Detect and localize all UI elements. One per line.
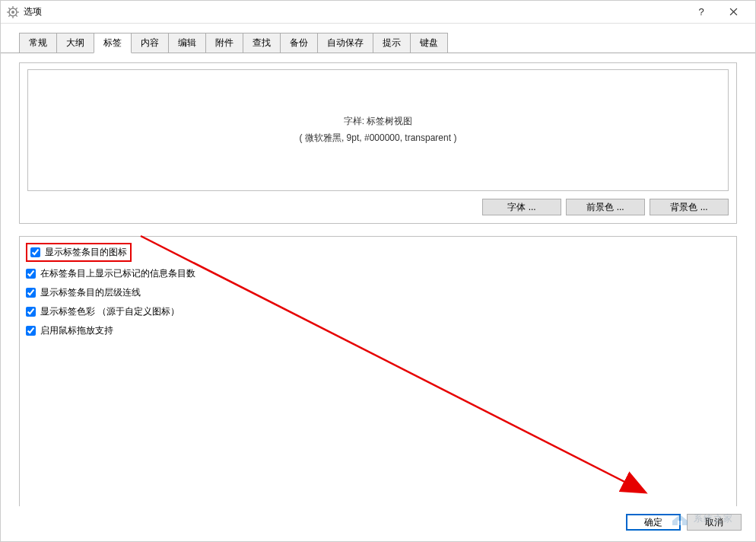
titlebar: 选项 ? bbox=[1, 1, 755, 24]
tab-bar: 常规 大纲 标签 内容 编辑 附件 查找 备份 自动保存 提示 键盘 bbox=[1, 24, 755, 53]
font-button[interactable]: 字体 ... bbox=[482, 199, 561, 215]
checkbox-show-tag-lines[interactable] bbox=[26, 288, 36, 298]
help-button[interactable]: ? bbox=[685, 2, 717, 23]
window-title: 选项 bbox=[24, 5, 685, 18]
preview-line-2: ( 微软雅黑, 9pt, #000000, transparent ) bbox=[300, 130, 457, 147]
dialog-footer: 确定 取消 bbox=[1, 506, 755, 541]
tab-autosave[interactable]: 自动保存 bbox=[317, 33, 373, 53]
tab-attachment[interactable]: 附件 bbox=[205, 33, 243, 53]
svg-point-1 bbox=[11, 11, 14, 14]
checkbox-show-tag-count[interactable] bbox=[26, 269, 36, 279]
checkbox-label: 显示标签条目的图标 bbox=[45, 246, 127, 259]
highlighted-option: 显示标签条目的图标 bbox=[26, 243, 132, 262]
svg-line-7 bbox=[16, 14, 17, 16]
tab-outline[interactable]: 大纲 bbox=[56, 33, 94, 53]
tab-general[interactable]: 常规 bbox=[19, 33, 57, 53]
close-icon bbox=[729, 8, 738, 16]
checkbox-enable-drag-drop[interactable] bbox=[26, 326, 36, 336]
font-preview-box: 字样: 标签树视图 ( 微软雅黑, 9pt, #000000, transpar… bbox=[27, 69, 729, 191]
svg-line-9 bbox=[16, 8, 17, 9]
tab-hints[interactable]: 提示 bbox=[373, 33, 411, 53]
tab-keyboard[interactable]: 键盘 bbox=[410, 33, 448, 53]
options-window: 选项 ? 常规 大纲 标签 内容 编辑 附件 查找 备份 自动保存 提示 键盘 … bbox=[0, 0, 756, 542]
checkbox-show-tag-color[interactable] bbox=[26, 307, 36, 317]
close-button[interactable] bbox=[717, 2, 749, 23]
gear-icon bbox=[7, 6, 19, 18]
checkbox-label: 在标签条目上显示已标记的信息条目数 bbox=[40, 267, 195, 280]
checkbox-label: 显示标签色彩 （源于自定义图标） bbox=[40, 305, 179, 318]
tab-tags[interactable]: 标签 bbox=[94, 33, 132, 53]
font-buttons-row: 字体 ... 前景色 ... 背景色 ... bbox=[27, 199, 729, 215]
window-controls: ? bbox=[685, 2, 749, 23]
ok-button[interactable]: 确定 bbox=[626, 514, 681, 531]
font-preview-panel: 字样: 标签树视图 ( 微软雅黑, 9pt, #000000, transpar… bbox=[19, 62, 737, 224]
tab-content[interactable]: 内容 bbox=[131, 33, 169, 53]
background-color-button[interactable]: 背景色 ... bbox=[650, 199, 729, 215]
tab-backup[interactable]: 备份 bbox=[280, 33, 318, 53]
svg-line-6 bbox=[8, 8, 10, 9]
checkbox-show-tag-icons[interactable] bbox=[30, 247, 40, 257]
foreground-color-button[interactable]: 前景色 ... bbox=[566, 199, 645, 215]
checkbox-label: 启用鼠标拖放支持 bbox=[40, 324, 113, 337]
preview-line-1: 字样: 标签树视图 bbox=[344, 113, 413, 130]
options-panel: 显示标签条目的图标 在标签条目上显示已标记的信息条目数 显示标签条目的层级连线 … bbox=[19, 236, 737, 506]
tab-edit[interactable]: 编辑 bbox=[168, 33, 206, 53]
svg-line-8 bbox=[8, 14, 10, 16]
tab-search[interactable]: 查找 bbox=[243, 33, 281, 53]
tab-content-area: 字样: 标签树视图 ( 微软雅黑, 9pt, #000000, transpar… bbox=[1, 53, 755, 506]
cancel-button[interactable]: 取消 bbox=[687, 514, 742, 531]
checkbox-label: 显示标签条目的层级连线 bbox=[40, 286, 141, 299]
